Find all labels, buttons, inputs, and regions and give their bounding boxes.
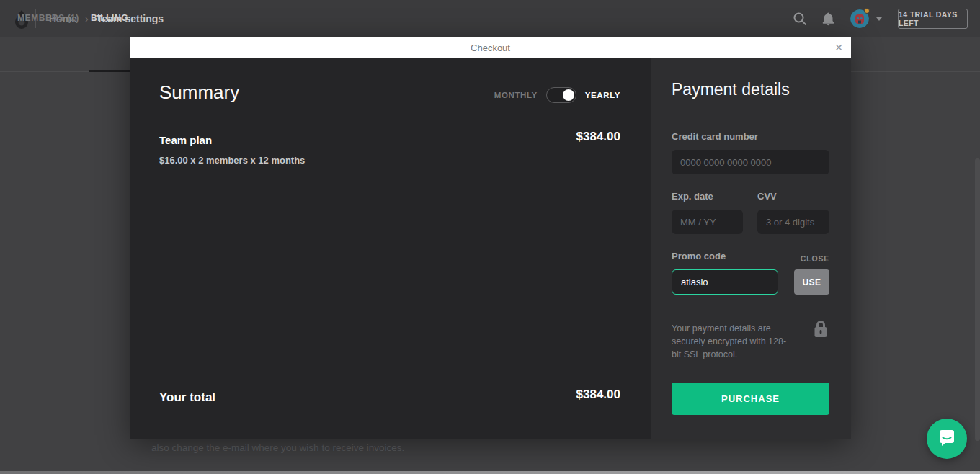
exp-date-label: Exp. date <box>672 191 713 202</box>
card-number-input[interactable] <box>672 150 829 174</box>
close-icon[interactable]: ✕ <box>834 42 843 53</box>
chat-launcher-button[interactable] <box>927 419 967 459</box>
tab-members[interactable]: MEMBERS (1) <box>17 13 79 23</box>
summary-divider <box>159 352 620 352</box>
chat-smile-icon <box>937 429 957 449</box>
user-menu[interactable] <box>850 9 883 29</box>
checkout-modal: Checkout ✕ Summary MONTHLY YEARLY Team p… <box>130 37 851 439</box>
summary-panel: Summary MONTHLY YEARLY Team plan $384.00… <box>130 58 651 439</box>
search-icon[interactable] <box>793 12 807 26</box>
payment-heading: Payment details <box>672 80 790 99</box>
line-item-amount: $384.00 <box>576 130 620 144</box>
purchase-button[interactable]: PURCHASE <box>672 383 829 415</box>
avatar-status-dot <box>864 8 870 14</box>
billing-period-toggle-row: MONTHLY YEARLY <box>494 87 620 103</box>
breadcrumb-separator-icon: › <box>85 13 89 24</box>
total-amount: $384.00 <box>576 388 620 402</box>
lock-icon <box>813 321 829 338</box>
line-item-name: Team plan <box>159 134 212 146</box>
top-bar: Home › Team settings 14 TRIAL DAYS LEFT <box>0 0 980 37</box>
notifications-bell-icon[interactable] <box>821 12 835 26</box>
modal-title: Checkout <box>130 43 851 53</box>
payment-panel: Payment details Credit card number Exp. … <box>651 58 851 439</box>
card-number-label: Credit card number <box>672 131 758 142</box>
promo-code-input[interactable] <box>672 269 778 295</box>
active-tab-indicator <box>89 70 130 72</box>
total-label: Your total <box>159 390 215 405</box>
security-note: Your payment details are securely encryp… <box>672 322 788 361</box>
summary-heading: Summary <box>159 81 239 104</box>
promo-close-link[interactable]: CLOSE <box>801 254 829 263</box>
billing-period-toggle[interactable] <box>546 87 576 103</box>
cvv-label: CVV <box>757 191 777 202</box>
toggle-label-yearly[interactable]: YEARLY <box>585 91 620 99</box>
toggle-knob <box>563 89 574 101</box>
cvv-input[interactable] <box>757 210 829 234</box>
toggle-label-monthly[interactable]: MONTHLY <box>494 91 538 99</box>
promo-code-label: Promo code <box>672 251 726 261</box>
window-bottom-edge <box>0 471 980 474</box>
trial-days-badge[interactable]: 14 TRIAL DAYS LEFT <box>898 9 968 29</box>
promo-use-button[interactable]: USE <box>794 269 829 295</box>
tab-billing[interactable]: BILLING <box>91 13 128 23</box>
chevron-down-icon <box>876 17 882 21</box>
scrollbar-thumb[interactable] <box>975 158 980 441</box>
exp-date-input[interactable] <box>672 210 743 234</box>
billing-page-background-text: also change the e-mail where you wish to… <box>151 442 612 453</box>
line-item-description: $16.00 x 2 members x 12 months <box>159 155 305 166</box>
modal-header: Checkout ✕ <box>130 37 851 58</box>
